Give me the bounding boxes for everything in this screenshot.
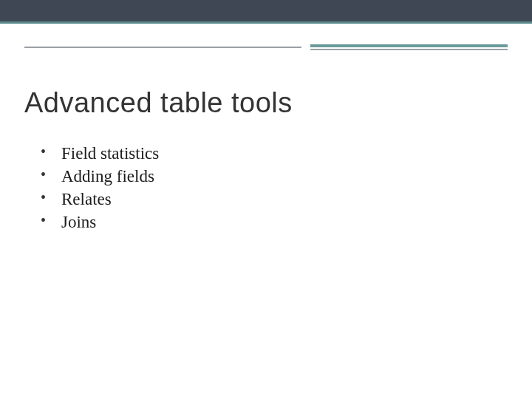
list-item: Relates — [41, 188, 159, 211]
list-item: Field statistics — [41, 142, 159, 165]
list-item: Joins — [41, 211, 159, 233]
list-item: Adding fields — [41, 165, 159, 188]
slide-top-bar — [0, 0, 532, 24]
underline-right-accent — [310, 44, 508, 47]
bullet-list: Field statistics Adding fields Relates J… — [41, 142, 159, 233]
title-underline — [0, 44, 532, 50]
slide-title: Advanced table tools — [24, 87, 293, 119]
underline-right-segment — [310, 49, 508, 50]
underline-left-segment — [24, 47, 301, 48]
